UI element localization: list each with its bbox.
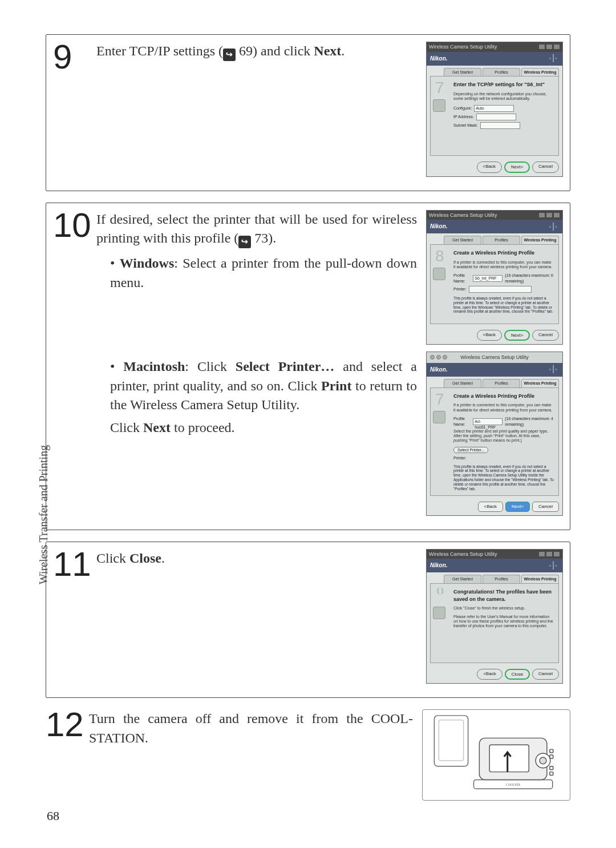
brand-setup-icon: ◦⎮◦ (548, 561, 559, 570)
dialog-congrats: Wireless Camera Setup Utility Nikon. ◦⎮◦… (426, 549, 563, 684)
xref-icon: ↪ (223, 49, 236, 61)
svg-rect-9 (550, 772, 553, 776)
close-button: Close (505, 669, 530, 680)
printer-field (469, 286, 532, 293)
dialog-tabs: Get Started Profiles Wireless Printing (427, 66, 562, 76)
wizard-step-number: 7 (435, 76, 444, 99)
step-number-9: 9 (53, 42, 85, 72)
dialog-subtext: If a printer is connected to this comput… (453, 260, 554, 270)
configure-field: Auto (474, 105, 514, 112)
tab-get-started: Get Started (444, 236, 481, 244)
configure-label: Configure: (453, 106, 472, 111)
tab-wireless-printing: Wireless Printing (521, 236, 559, 244)
svg-rect-1 (439, 720, 463, 761)
section-label: Wireless Transfer and Printing (35, 445, 51, 584)
dialog-titlebar: Wireless Camera Setup Utility (427, 211, 562, 220)
dialog-titlebar: Wireless Camera Setup Utility (427, 42, 562, 52)
svg-rect-0 (434, 716, 468, 766)
dialog-titlebar: Wireless Camera Setup Utility (427, 550, 562, 559)
tab-wireless-printing: Wireless Printing (521, 68, 559, 76)
window-controls-icon (538, 551, 560, 557)
dialog-subtext-2: Please refer to the User's Manual for mo… (453, 615, 554, 629)
tab-profiles: Profiles (483, 575, 520, 583)
wireless-icon: ⟬⟭ (435, 584, 445, 598)
step-number-10: 10 (53, 210, 85, 241)
dialog-subtext-1: Click "Close" to finish the wireless set… (453, 606, 554, 611)
dialog-brand-bar: Nikon. ◦⎮◦ (427, 52, 562, 66)
step-10-text: If desired, select the printer that will… (96, 210, 417, 293)
cancel-button: Cancel (532, 330, 559, 341)
window-controls-icon (538, 212, 560, 218)
printer-label: Printer: (453, 455, 467, 461)
back-button: <Back (477, 669, 502, 680)
next-button: Next> (504, 330, 530, 341)
dialog-heading: Enter the TCP/IP settings for "S6_Int" (453, 81, 554, 88)
window-controls-icon (538, 44, 560, 50)
subnet-field (480, 122, 520, 129)
subnet-label: Subnet Mask: (453, 123, 478, 128)
tab-profiles: Profiles (483, 68, 520, 76)
step-10-box: 10 If desired, select the printer that w… (46, 203, 570, 530)
profile-name-field: S6_Int_PRF (473, 275, 502, 282)
cancel-button: Cancel (532, 669, 559, 680)
next-button: Next> (505, 502, 530, 511)
tab-get-started: Get Started (444, 68, 481, 76)
camera-illustration: COOLPIX (422, 709, 570, 801)
step-number-11: 11 (53, 549, 85, 580)
dialog-subtext: If a printer is connected to this comput… (453, 403, 554, 413)
back-button: <Back (477, 161, 502, 172)
xref-icon: ↪ (238, 236, 251, 248)
select-printer-button: Select Printer... (453, 447, 488, 453)
step-11-text: Click Close. (96, 549, 417, 568)
step-11-box: 11 Click Close. Wireless Camera Setup Ut… (46, 542, 570, 698)
dialog-brand-bar: Nikon. ◦⎮◦ (427, 363, 562, 377)
step-9-box: 9 Enter TCP/IP settings (↪ 69) and click… (46, 34, 570, 191)
wizard-step-number: 7 (435, 388, 444, 410)
back-button: <Back (478, 502, 503, 511)
printer-label: Printer: (453, 286, 467, 292)
step-10-mac-text: Macintosh: Click Select Printer… and sel… (96, 352, 417, 437)
tab-profiles: Profiles (483, 379, 520, 387)
dialog-mac-printer: Wireless Camera Setup Utility Nikon. ◦⎮◦… (426, 352, 563, 515)
dialog-win-printer: Wireless Camera Setup Utility Nikon. ◦⎮◦… (426, 210, 563, 345)
tab-wireless-printing: Wireless Printing (521, 575, 559, 583)
dialog-subtext: Depending on the network configuration y… (453, 92, 554, 102)
tab-get-started: Get Started (444, 575, 481, 583)
brand-setup-icon: ◦⎮◦ (548, 54, 559, 63)
wizard-step-icon (433, 99, 445, 112)
wizard-step-icon (433, 268, 445, 280)
svg-rect-6 (550, 749, 553, 753)
select-printer-text: Select the printer and set print quality… (453, 429, 554, 443)
brand-setup-icon: ◦⎮◦ (548, 365, 559, 374)
tab-get-started: Get Started (444, 379, 481, 387)
dialog-heading: Congratulations! The profiles have been … (453, 588, 554, 603)
wizard-step-icon (433, 411, 445, 423)
cancel-button: Cancel (532, 161, 559, 172)
dialog-titlebar: Wireless Camera Setup Utility (427, 352, 562, 363)
svg-rect-8 (550, 766, 553, 770)
step-12: 12 Turn the camera off and remove it fro… (46, 709, 570, 801)
tab-wireless-printing: Wireless Printing (521, 379, 559, 387)
dialog-brand-bar: Nikon. ◦⎮◦ (427, 559, 562, 572)
next-button: Next> (504, 161, 530, 172)
cancel-button: Cancel (532, 502, 559, 511)
profile-name-label: Profile Name: (453, 273, 471, 284)
brand-setup-icon: ◦⎮◦ (548, 222, 559, 231)
step-12-text: Turn the camera off and remove it from t… (89, 709, 413, 748)
profile-name-label: Profile Name: (453, 416, 471, 427)
svg-rect-7 (550, 755, 553, 758)
step-9-text: Enter TCP/IP settings (↪ 69) and click N… (96, 42, 417, 61)
profile-name-hint: (16 characters maximum: 4 remaining) (505, 416, 554, 427)
svg-text:COOLPIX: COOLPIX (506, 784, 521, 787)
profile-name-hint: (16 characters maximum: 6 remaining) (505, 273, 554, 284)
step-number-12: 12 (46, 709, 78, 740)
ipaddress-label: IP Address: (453, 114, 474, 120)
dialog-brand-bar: Nikon. ◦⎮◦ (427, 220, 562, 233)
dialog-tcpip: Wireless Camera Setup Utility Nikon. ◦⎮◦… (426, 42, 563, 177)
dialog-heading: Create a Wireless Printing Profile (453, 249, 554, 257)
ipaddress-field (476, 114, 516, 120)
dialog-note: This profile is always created, even if … (453, 296, 554, 314)
tab-profiles: Profiles (483, 236, 520, 244)
wizard-step-icon (433, 607, 445, 619)
dialog-heading: Create a Wireless Printing Profile (453, 393, 554, 400)
